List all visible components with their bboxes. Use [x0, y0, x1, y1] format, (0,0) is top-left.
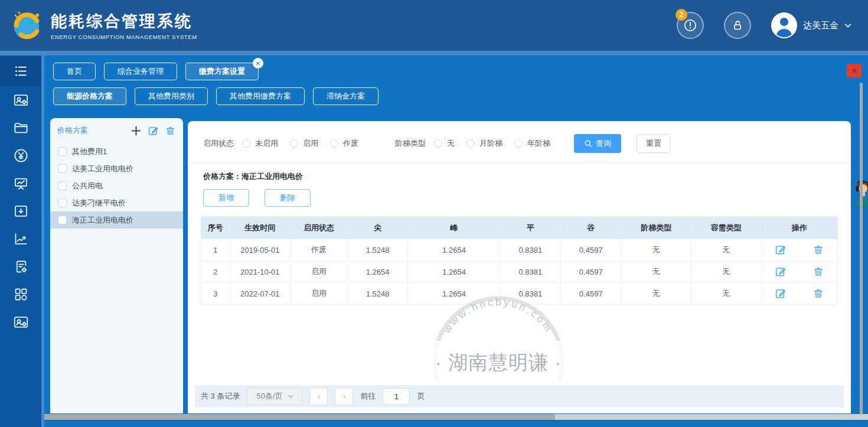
page-input[interactable]	[383, 388, 410, 405]
tab-其他费用类别[interactable]: 其他费用类别	[135, 87, 208, 105]
radio-option[interactable]: 无	[434, 138, 455, 149]
top-header: 能耗综合管理系统 ENERGY CONSUMPTION MANAGEMENT S…	[0, 0, 868, 51]
radio-circle[interactable]	[242, 139, 250, 148]
current-plan-line: 价格方案：海正工业用电电价	[203, 171, 836, 182]
delete-row-button[interactable]	[812, 266, 824, 278]
add-button[interactable]: 新增	[203, 189, 249, 207]
next-page-button[interactable]: ›	[335, 387, 353, 405]
sidebar-item[interactable]	[0, 142, 41, 170]
sidebar-item[interactable]	[0, 114, 41, 142]
radio-label: 月阶梯	[479, 138, 502, 149]
lock-button[interactable]	[724, 12, 751, 39]
tab-综合业务管理[interactable]: 综合业务管理	[104, 63, 177, 80]
radio-circle[interactable]	[466, 139, 475, 148]
radio-option[interactable]: 作废	[330, 138, 358, 149]
column-header: 谷	[561, 217, 621, 239]
prev-page-button[interactable]: ‹	[309, 387, 328, 405]
menu-list-icon	[13, 63, 29, 79]
tab-滞纳金方案[interactable]: 滞纳金方案	[313, 87, 378, 105]
plan-list-item[interactable]: 其他费用1	[50, 143, 183, 160]
checkbox[interactable]	[58, 164, 67, 173]
table-cell: 2022-07-01	[230, 283, 290, 305]
radio-option[interactable]: 启用	[290, 138, 318, 149]
radio-option[interactable]: 未启用	[242, 138, 278, 149]
horizontal-scrollbar-thumb[interactable]	[44, 414, 555, 420]
checkbox[interactable]	[58, 181, 67, 190]
column-header: 阶梯类型	[621, 217, 691, 239]
radio-circle[interactable]	[290, 139, 298, 148]
watermark-center-text: · 湖南慧明谦 ·	[435, 351, 562, 373]
price-plan-panel: 价格方案 其他费用1达美工业用电电价公共用电达美刁继平电价海正工业用电电价	[50, 118, 183, 413]
edit-row-button[interactable]	[775, 266, 787, 278]
table-header-row: 序号生效时间启用状态尖峰平谷阶梯类型容需类型操作	[201, 217, 838, 239]
radio-circle[interactable]	[514, 139, 523, 148]
tab-首页[interactable]: 首页	[53, 63, 96, 80]
sidebar-item[interactable]	[0, 308, 41, 336]
plan-list-item[interactable]: 海正工业用电电价	[50, 211, 183, 229]
close-tab-badge[interactable]: ✕	[253, 58, 263, 69]
table-cell: 1	[201, 239, 230, 261]
page-size-select[interactable]: 50条/页	[247, 387, 302, 405]
table-cell: 无	[691, 283, 762, 305]
close-workspace-button[interactable]: ✕	[847, 64, 862, 77]
sidebar-item[interactable]	[0, 253, 41, 281]
user-card-gear-icon	[13, 314, 29, 330]
table-cell: 1.2654	[408, 239, 500, 261]
brand-text: 能耗综合管理系统 ENERGY CONSUMPTION MANAGEMENT S…	[51, 11, 197, 40]
trash-icon[interactable]	[164, 125, 176, 136]
pagination-bar: 共 3 条记录 50条/页 ‹ › 前往 页	[195, 385, 844, 408]
edit-row-button[interactable]	[775, 288, 787, 299]
radio-circle[interactable]	[330, 139, 338, 148]
radio-circle[interactable]	[434, 139, 442, 148]
checkbox[interactable]	[58, 216, 67, 224]
table-cell: 启用	[290, 283, 347, 305]
user-menu[interactable]: 达美五金	[771, 12, 851, 38]
sidebar-item[interactable]	[0, 281, 41, 308]
delete-row-button[interactable]	[812, 244, 824, 256]
query-button[interactable]: 查询	[574, 134, 621, 153]
lock-icon	[730, 18, 745, 33]
radio-option[interactable]: 年阶梯	[514, 138, 550, 149]
radio-option[interactable]: 月阶梯	[466, 138, 502, 149]
edit-icon[interactable]	[147, 125, 159, 136]
tab-能源价格方案[interactable]: 能源价格方案	[53, 87, 126, 105]
checkbox[interactable]	[58, 198, 67, 207]
tab-缴费方案设置[interactable]: 缴费方案设置✕	[185, 63, 259, 80]
edit-row-button[interactable]	[775, 244, 787, 256]
sidebar-item[interactable]	[0, 197, 41, 225]
column-header: 启用状态	[290, 217, 347, 239]
plan-list-item[interactable]: 公共用电	[50, 177, 183, 194]
table-cell: 2	[201, 261, 230, 283]
column-header: 尖	[347, 217, 407, 239]
table-cell: 0.8381	[500, 283, 560, 305]
status-filter-label: 启用状态	[203, 138, 234, 149]
plan-list-item[interactable]: 达美工业用电电价	[50, 160, 183, 177]
table-cell: 2019-05-01	[230, 239, 290, 261]
delete-button[interactable]: 删除	[265, 189, 311, 207]
line-chart-icon	[13, 231, 29, 247]
vertical-scrollbar[interactable]	[860, 83, 863, 415]
tab-其他费用缴费方案[interactable]: 其他费用缴费方案	[216, 87, 305, 105]
checkbox[interactable]	[58, 147, 67, 156]
reset-button[interactable]: 重置	[637, 134, 671, 153]
notification-badge: 2	[676, 9, 687, 21]
sidebar-item[interactable]	[0, 170, 41, 197]
price-table-wrap: 序号生效时间启用状态尖峰平谷阶梯类型容需类型操作 12019-05-01作废1.…	[201, 216, 838, 380]
app-window: 能耗综合管理系统 ENERGY CONSUMPTION MANAGEMENT S…	[0, 0, 868, 427]
delete-row-button[interactable]	[812, 288, 824, 299]
app-subtitle: ENERGY CONSUMPTION MANAGEMENT SYSTEM	[51, 34, 197, 40]
status-radio-group: 未启用启用作废	[242, 138, 358, 149]
plan-toolbar	[130, 125, 176, 136]
header-divider	[0, 51, 868, 56]
sidebar-item[interactable]	[0, 56, 41, 86]
notification-button[interactable]: 2	[677, 12, 704, 39]
table-cell: 作废	[290, 239, 347, 261]
column-header: 序号	[201, 217, 230, 239]
table-cell: 无	[621, 283, 691, 305]
plus-icon[interactable]	[130, 125, 142, 136]
plan-list-item[interactable]: 达美刁继平电价	[50, 194, 183, 211]
horizontal-scrollbar[interactable]	[44, 414, 868, 420]
tab-label: 能源价格方案	[67, 91, 113, 102]
sidebar-item[interactable]	[0, 225, 41, 253]
sidebar-item[interactable]	[0, 86, 41, 114]
